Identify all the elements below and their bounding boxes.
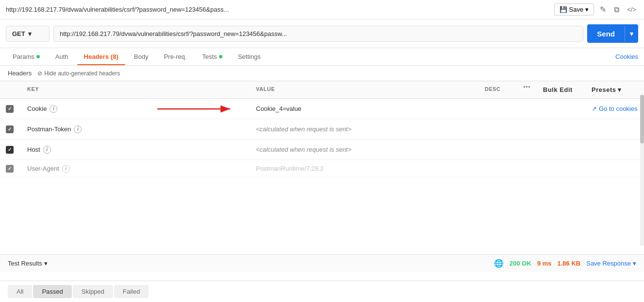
tab-body[interactable]: Body — [127, 48, 155, 65]
tab-tests[interactable]: Tests — [195, 48, 229, 65]
hide-auto-headers-button[interactable]: ⊘ Hide auto-generated headers — [37, 70, 120, 77]
tab-params-label: Params — [13, 53, 34, 60]
test-tab-failed-label: Failed — [123, 288, 140, 295]
col-value: VALUE — [250, 84, 479, 95]
row-token-key: Postman-Token — [27, 125, 71, 133]
headers-toolbar: Headers ⊘ Hide auto-generated headers — [0, 66, 644, 81]
save-response-button[interactable]: Save Response ▾ — [586, 260, 636, 267]
row-ua-value-cell: PostmanRuntime/7.29.2 — [250, 163, 479, 174]
checkbox-check-icon: ✓ — [8, 166, 12, 171]
edit-icon-button[interactable]: ✎ — [598, 3, 608, 16]
row-cookie-bulk-cell — [537, 107, 586, 111]
ua-info-icon[interactable]: i — [62, 165, 70, 173]
row-token-checkbox[interactable]: ✓ — [6, 125, 14, 133]
send-label: Send — [587, 26, 625, 42]
tabs-bar: Params Auth Headers (8) Body Pre-req. Te… — [0, 48, 644, 66]
scrollbar-thumb[interactable] — [640, 95, 644, 143]
test-tab-skipped[interactable]: Skipped — [73, 285, 113, 298]
hide-auto-icon: ⊘ — [37, 70, 42, 77]
tab-headers[interactable]: Headers (8) — [77, 48, 125, 65]
row-cookie-checkbox[interactable]: ✓ — [6, 105, 14, 113]
row-host-extra-cell — [518, 148, 537, 152]
test-results-chevron: ▾ — [44, 260, 48, 267]
col-bulk-edit[interactable]: Bulk Edit — [537, 84, 586, 95]
cookies-link[interactable]: Cookies — [615, 53, 638, 60]
send-button[interactable]: Send ▾ — [587, 24, 638, 43]
table-row: ✓ User-Agent i PostmanRuntime/7.29.2 — [0, 160, 644, 178]
test-tab-all[interactable]: All — [8, 285, 32, 298]
method-chevron: ▾ — [28, 30, 32, 37]
row-token-checkbox-cell: ✓ — [0, 124, 21, 135]
scrollbar-track[interactable] — [640, 95, 644, 246]
col-presets[interactable]: Presets ▾ — [586, 84, 644, 95]
copy-icon-button[interactable]: ⧉ — [612, 3, 621, 16]
more-options-icon[interactable] — [524, 86, 531, 88]
row-ua-key: User-Agent — [27, 165, 59, 172]
headers-label: Headers — [8, 70, 32, 77]
save-response-label: Save Response — [586, 260, 631, 267]
save-button[interactable]: 💾 Save ▾ — [554, 3, 594, 16]
response-size: 1.86 KB — [558, 260, 581, 267]
row-ua-value: PostmanRuntime/7.29.2 — [256, 165, 323, 172]
token-info-icon[interactable]: i — [74, 125, 82, 133]
test-tab-all-label: All — [17, 288, 23, 295]
col-more-options — [518, 84, 537, 95]
params-dot — [36, 55, 40, 58]
row-host-desc-cell — [479, 148, 518, 152]
row-token-value-cell: <calculated when request is sent> — [250, 124, 479, 135]
tab-settings[interactable]: Settings — [231, 48, 268, 65]
url-input[interactable]: http://192.168.217.79/dvwa/vulnerabiliti… — [53, 26, 583, 42]
row-cookie-checkbox-cell: ✓ — [0, 103, 21, 115]
row-host-checkbox-cell: ✓ — [0, 144, 21, 156]
row-host-checkbox[interactable]: ✓ — [6, 146, 14, 154]
row-ua-checkbox[interactable]: ✓ — [6, 165, 14, 173]
row-ua-key-cell: User-Agent i — [21, 163, 250, 175]
go-to-cookies-link[interactable]: ↗ Go to cookies — [592, 105, 638, 112]
row-host-bulk-cell — [537, 148, 586, 152]
row-host-key-cell: Host i — [21, 144, 250, 156]
row-host-value: <calculated when request is sent> — [256, 146, 352, 153]
top-url-display: http://192.168.217.79/dvwa/vulnerabiliti… — [6, 6, 554, 13]
tab-prereq-label: Pre-req. — [164, 53, 186, 60]
row-token-extra-cell — [518, 127, 537, 131]
row-token-presets-cell — [586, 127, 644, 131]
save-response-chevron: ▾ — [633, 260, 636, 267]
row-cookie-key: Cookie — [27, 105, 47, 112]
row-host-value-cell: <calculated when request is sent> — [250, 144, 479, 155]
method-label: GET — [12, 30, 25, 37]
test-tab-passed[interactable]: Passed — [33, 285, 71, 298]
checkbox-check-icon: ✓ — [8, 147, 12, 152]
presets-chevron: ▾ — [618, 86, 622, 93]
test-tab-passed-label: Passed — [42, 288, 63, 295]
status-info: 🌐 200 OK 9 ms 1.86 KB Save Response ▾ — [494, 259, 636, 268]
row-token-value: <calculated when request is sent> — [256, 125, 352, 133]
code-icon-button[interactable]: </> — [625, 4, 638, 15]
tab-body-label: Body — [134, 53, 149, 60]
tab-auth-label: Auth — [55, 53, 68, 60]
hide-auto-label: Hide auto-generated headers — [44, 70, 120, 77]
tab-auth[interactable]: Auth — [49, 48, 75, 65]
cookie-info-icon[interactable]: i — [50, 105, 57, 113]
save-disk-icon: 💾 — [559, 6, 567, 13]
row-ua-checkbox-cell: ✓ — [0, 163, 21, 175]
top-bar: http://192.168.217.79/dvwa/vulnerabiliti… — [0, 0, 644, 19]
tab-headers-count: (8) — [111, 53, 119, 60]
send-dropdown-chevron[interactable]: ▾ — [625, 26, 638, 41]
row-token-bulk-cell — [537, 127, 586, 131]
tests-dot — [219, 55, 222, 58]
tab-prereq[interactable]: Pre-req. — [157, 48, 193, 65]
status-code: 200 OK — [509, 260, 531, 267]
tab-params[interactable]: Params — [6, 48, 47, 65]
col-key: KEY — [21, 84, 250, 95]
method-select[interactable]: GET ▾ — [6, 26, 50, 42]
test-tab-failed[interactable]: Failed — [114, 285, 149, 298]
host-info-icon[interactable]: i — [43, 146, 51, 154]
save-dropdown-chevron: ▾ — [585, 6, 589, 13]
checkbox-check-icon: ✓ — [8, 106, 12, 111]
goto-cookies-label: Go to cookies — [599, 105, 638, 112]
test-results-label[interactable]: Test Results ▾ — [8, 260, 48, 267]
row-cookie-extra-cell — [518, 107, 537, 111]
col-description: DESC — [479, 84, 518, 95]
row-token-key-cell: Postman-Token i — [21, 124, 250, 135]
top-actions: 💾 Save ▾ ✎ ⧉ </> — [554, 3, 638, 16]
